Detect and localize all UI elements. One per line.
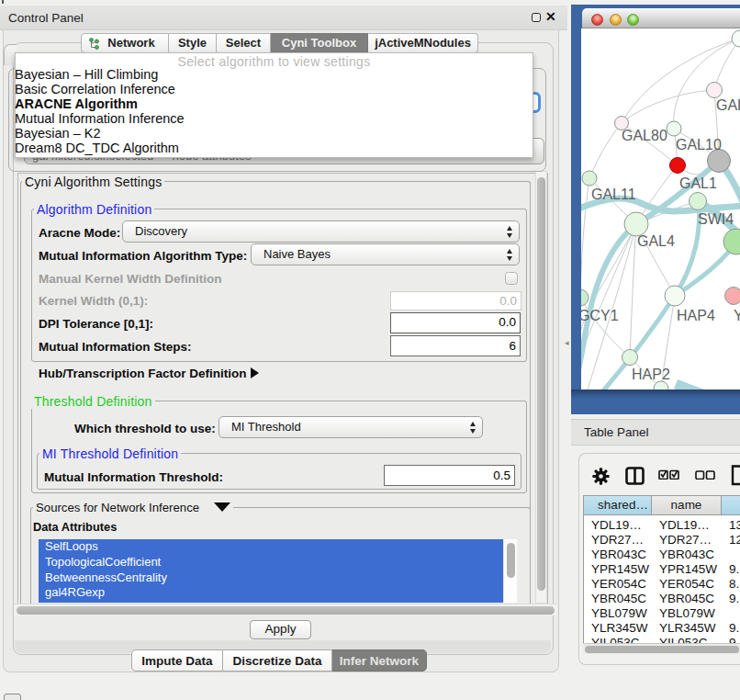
svg-text:Y: Y <box>734 308 740 323</box>
svg-text:GAL11: GAL11 <box>591 186 636 202</box>
svg-text:GAL80: GAL80 <box>622 128 667 143</box>
svg-text:GAL1: GAL1 <box>679 175 717 191</box>
svg-text:GAL: GAL <box>716 97 740 113</box>
svg-text:HAP2: HAP2 <box>632 367 670 382</box>
svg-text:GCY1: GCY1 <box>581 308 619 323</box>
svg-text:SWI4: SWI4 <box>698 211 734 227</box>
svg-text:GAL10: GAL10 <box>676 137 722 152</box>
svg-text:GAL4: GAL4 <box>637 233 675 249</box>
svg-text:HAP4: HAP4 <box>677 308 715 323</box>
